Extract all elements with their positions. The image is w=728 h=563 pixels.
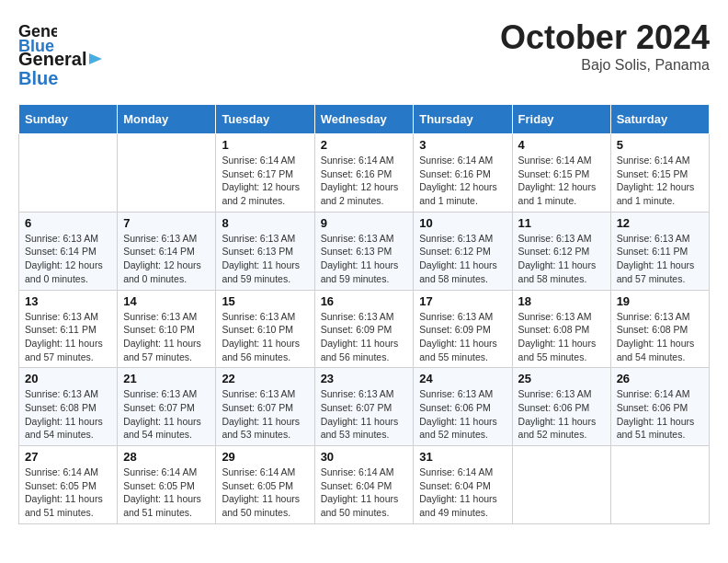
day-cell: 5Sunrise: 6:14 AM Sunset: 6:15 PM Daylig… <box>610 134 709 213</box>
header-thursday: Thursday <box>414 105 512 134</box>
day-number: 15 <box>222 294 308 308</box>
day-number: 14 <box>123 294 210 308</box>
day-number: 9 <box>321 216 408 230</box>
calendar-header-row: SundayMondayTuesdayWednesdayThursdayFrid… <box>19 105 710 134</box>
day-cell: 14Sunrise: 6:13 AM Sunset: 6:10 PM Dayli… <box>118 290 216 368</box>
day-cell: 24Sunrise: 6:13 AM Sunset: 6:06 PM Dayli… <box>414 368 512 446</box>
day-number: 2 <box>321 138 408 152</box>
page-header: General Blue General Blue October 2024 B… <box>18 18 710 89</box>
day-number: 19 <box>617 294 703 308</box>
day-number: 1 <box>222 138 308 152</box>
day-cell: 16Sunrise: 6:13 AM Sunset: 6:09 PM Dayli… <box>314 290 414 368</box>
day-cell: 3Sunrise: 6:14 AM Sunset: 6:16 PM Daylig… <box>414 134 512 213</box>
day-info: Sunrise: 6:14 AM Sunset: 6:04 PM Dayligh… <box>321 465 408 520</box>
svg-marker-3 <box>89 53 102 64</box>
day-info: Sunrise: 6:14 AM Sunset: 6:05 PM Dayligh… <box>222 465 308 520</box>
day-number: 6 <box>25 216 111 230</box>
day-number: 29 <box>222 450 308 464</box>
week-row-3: 20Sunrise: 6:13 AM Sunset: 6:08 PM Dayli… <box>19 368 710 446</box>
day-cell: 1Sunrise: 6:14 AM Sunset: 6:17 PM Daylig… <box>216 134 314 213</box>
day-info: Sunrise: 6:13 AM Sunset: 6:14 PM Dayligh… <box>123 232 210 286</box>
day-info: Sunrise: 6:13 AM Sunset: 6:07 PM Dayligh… <box>123 387 210 442</box>
day-info: Sunrise: 6:13 AM Sunset: 6:07 PM Dayligh… <box>321 387 408 442</box>
day-info: Sunrise: 6:13 AM Sunset: 6:08 PM Dayligh… <box>617 310 703 364</box>
day-info: Sunrise: 6:13 AM Sunset: 6:09 PM Dayligh… <box>321 310 408 364</box>
day-cell: 4Sunrise: 6:14 AM Sunset: 6:15 PM Daylig… <box>512 134 610 213</box>
day-number: 5 <box>617 138 703 152</box>
logo-blue: Blue <box>18 68 58 88</box>
day-number: 24 <box>419 372 506 385</box>
day-cell: 15Sunrise: 6:13 AM Sunset: 6:10 PM Dayli… <box>216 290 314 368</box>
week-row-1: 6Sunrise: 6:13 AM Sunset: 6:14 PM Daylig… <box>19 212 710 290</box>
day-cell <box>19 134 118 213</box>
day-cell: 10Sunrise: 6:13 AM Sunset: 6:12 PM Dayli… <box>414 212 512 290</box>
day-info: Sunrise: 6:14 AM Sunset: 6:06 PM Dayligh… <box>617 387 703 442</box>
day-cell: 18Sunrise: 6:13 AM Sunset: 6:08 PM Dayli… <box>512 290 610 368</box>
day-cell: 17Sunrise: 6:13 AM Sunset: 6:09 PM Dayli… <box>414 290 512 368</box>
day-cell: 21Sunrise: 6:13 AM Sunset: 6:07 PM Dayli… <box>118 368 216 446</box>
day-cell: 7Sunrise: 6:13 AM Sunset: 6:14 PM Daylig… <box>118 212 216 290</box>
day-info: Sunrise: 6:13 AM Sunset: 6:06 PM Dayligh… <box>518 387 605 442</box>
header-saturday: Saturday <box>610 105 709 134</box>
logo-arrow-icon <box>87 51 104 67</box>
week-row-4: 27Sunrise: 6:14 AM Sunset: 6:05 PM Dayli… <box>19 446 710 524</box>
day-number: 7 <box>123 216 210 230</box>
day-info: Sunrise: 6:13 AM Sunset: 6:06 PM Dayligh… <box>419 387 506 442</box>
day-info: Sunrise: 6:13 AM Sunset: 6:12 PM Dayligh… <box>518 232 605 286</box>
day-number: 27 <box>25 450 111 464</box>
day-info: Sunrise: 6:13 AM Sunset: 6:12 PM Dayligh… <box>419 232 506 286</box>
day-number: 18 <box>518 294 605 308</box>
day-cell: 31Sunrise: 6:14 AM Sunset: 6:04 PM Dayli… <box>414 446 512 524</box>
header-wednesday: Wednesday <box>314 105 414 134</box>
header-monday: Monday <box>118 105 216 134</box>
location-title: Bajo Solis, Panama <box>500 57 710 74</box>
day-info: Sunrise: 6:13 AM Sunset: 6:13 PM Dayligh… <box>222 232 308 286</box>
day-cell: 23Sunrise: 6:13 AM Sunset: 6:07 PM Dayli… <box>314 368 414 446</box>
day-cell: 12Sunrise: 6:13 AM Sunset: 6:11 PM Dayli… <box>610 212 709 290</box>
day-number: 23 <box>321 372 408 385</box>
day-info: Sunrise: 6:13 AM Sunset: 6:08 PM Dayligh… <box>518 310 605 364</box>
calendar-table: SundayMondayTuesdayWednesdayThursdayFrid… <box>18 104 710 524</box>
day-number: 28 <box>123 450 210 464</box>
day-cell: 29Sunrise: 6:14 AM Sunset: 6:05 PM Dayli… <box>216 446 314 524</box>
day-number: 30 <box>321 450 408 464</box>
day-info: Sunrise: 6:13 AM Sunset: 6:09 PM Dayligh… <box>419 310 506 364</box>
day-cell: 25Sunrise: 6:13 AM Sunset: 6:06 PM Dayli… <box>512 368 610 446</box>
day-cell: 26Sunrise: 6:14 AM Sunset: 6:06 PM Dayli… <box>610 368 709 446</box>
day-number: 17 <box>419 294 506 308</box>
day-number: 3 <box>419 138 506 152</box>
title-area: October 2024 Bajo Solis, Panama <box>500 18 710 74</box>
day-number: 16 <box>321 294 408 308</box>
day-info: Sunrise: 6:13 AM Sunset: 6:10 PM Dayligh… <box>123 310 210 364</box>
day-cell <box>512 446 610 524</box>
day-info: Sunrise: 6:13 AM Sunset: 6:08 PM Dayligh… <box>25 387 111 442</box>
day-number: 8 <box>222 216 308 230</box>
day-cell: 22Sunrise: 6:13 AM Sunset: 6:07 PM Dayli… <box>216 368 314 446</box>
day-info: Sunrise: 6:13 AM Sunset: 6:07 PM Dayligh… <box>222 387 308 442</box>
day-number: 10 <box>419 216 506 230</box>
day-info: Sunrise: 6:14 AM Sunset: 6:05 PM Dayligh… <box>123 465 210 520</box>
day-number: 20 <box>25 372 111 385</box>
day-cell: 20Sunrise: 6:13 AM Sunset: 6:08 PM Dayli… <box>19 368 118 446</box>
day-cell <box>610 446 709 524</box>
day-number: 31 <box>419 450 506 464</box>
day-number: 25 <box>518 372 605 385</box>
day-number: 26 <box>617 372 703 385</box>
day-info: Sunrise: 6:14 AM Sunset: 6:15 PM Dayligh… <box>518 154 605 208</box>
day-info: Sunrise: 6:14 AM Sunset: 6:04 PM Dayligh… <box>419 465 506 520</box>
day-info: Sunrise: 6:13 AM Sunset: 6:11 PM Dayligh… <box>617 232 703 286</box>
day-info: Sunrise: 6:13 AM Sunset: 6:10 PM Dayligh… <box>222 310 308 364</box>
day-cell: 6Sunrise: 6:13 AM Sunset: 6:14 PM Daylig… <box>19 212 118 290</box>
day-cell: 28Sunrise: 6:14 AM Sunset: 6:05 PM Dayli… <box>118 446 216 524</box>
week-row-0: 1Sunrise: 6:14 AM Sunset: 6:17 PM Daylig… <box>19 134 710 213</box>
day-info: Sunrise: 6:13 AM Sunset: 6:13 PM Dayligh… <box>321 232 408 286</box>
day-cell <box>118 134 216 213</box>
week-row-2: 13Sunrise: 6:13 AM Sunset: 6:11 PM Dayli… <box>19 290 710 368</box>
day-number: 11 <box>518 216 605 230</box>
day-number: 4 <box>518 138 605 152</box>
day-info: Sunrise: 6:13 AM Sunset: 6:11 PM Dayligh… <box>25 310 111 364</box>
day-number: 12 <box>617 216 703 230</box>
day-cell: 9Sunrise: 6:13 AM Sunset: 6:13 PM Daylig… <box>314 212 414 290</box>
header-sunday: Sunday <box>19 105 118 134</box>
day-info: Sunrise: 6:14 AM Sunset: 6:16 PM Dayligh… <box>419 154 506 208</box>
